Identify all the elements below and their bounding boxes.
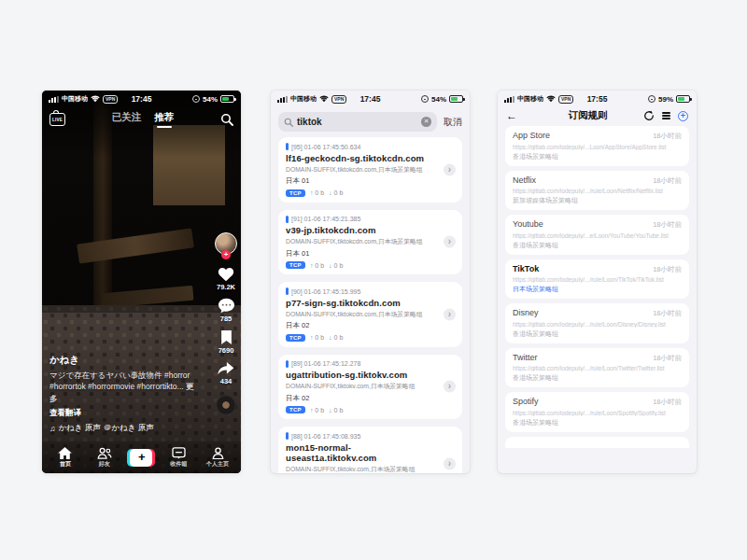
nav-inbox[interactable]: 收件箱 xyxy=(162,447,194,469)
rule-name: Spotify xyxy=(513,397,539,406)
rule-url: https://gitlab.com/lodepuly/...Loon/AppS… xyxy=(513,144,682,150)
cancel-button[interactable]: 取消 xyxy=(444,116,462,129)
request-card[interactable]: [95] 01-06 17:45:50.634 lf16-geckocdn-sg… xyxy=(278,137,462,203)
nav-profile[interactable]: 个人主页 xyxy=(202,447,233,469)
chevron-right-icon[interactable]: › xyxy=(444,308,456,320)
live-button[interactable]: LIVE xyxy=(49,113,65,126)
comment-icon xyxy=(218,298,235,314)
tab-for-you[interactable]: 推荐 xyxy=(154,111,174,128)
request-seq-time: [89] 01-06 17:45:12.278 xyxy=(291,360,360,367)
protocol-badge: TCP xyxy=(286,334,305,342)
rule-policy-group: 香港场景策略组 xyxy=(513,329,682,339)
see-translation-link[interactable]: 查看翻译 xyxy=(49,408,200,419)
music-title-2: ＠かねき 原声 xyxy=(104,423,154,434)
request-list: [95] 01-06 17:45:50.634 lf16-geckocdn-sg… xyxy=(271,137,470,473)
tiktok-bottom-nav: 首页 好友 + 收件箱 个人主页 xyxy=(42,441,241,473)
rule-card-twitter[interactable]: Twitter18小时前 https://gitlab.com/lodepuly… xyxy=(505,348,689,388)
back-button[interactable]: ← xyxy=(506,109,517,122)
request-host: ugattribution-sg.tiktokv.com xyxy=(286,370,442,380)
request-flag-icon xyxy=(286,216,289,223)
rule-list: App Store18小时前 https://gitlab.com/lodepu… xyxy=(498,126,697,448)
like-button[interactable]: 79.2K xyxy=(217,265,235,291)
bookmark-button[interactable]: 7690 xyxy=(218,329,234,355)
chevron-right-icon[interactable]: › xyxy=(444,458,456,470)
rule-name: TikTok xyxy=(513,264,539,273)
search-row: × 取消 xyxy=(271,107,470,137)
create-button[interactable]: + xyxy=(127,449,155,467)
request-card[interactable]: [90] 01-06 17:45:15.995 p77-sign-sg.tikt… xyxy=(278,282,462,347)
rule-card-spotify[interactable]: Spotify18小时前 https://gitlab.com/lodepuly… xyxy=(505,392,689,432)
nav-home[interactable]: 首页 xyxy=(49,447,81,469)
wifi-icon xyxy=(91,95,100,103)
carrier-label: 中国移动 xyxy=(290,94,317,104)
rule-card-netflix[interactable]: Netflix18小时前 https://gitlab.com/lodepuly… xyxy=(505,171,689,211)
search-input[interactable] xyxy=(297,117,417,127)
follow-plus-button[interactable]: + xyxy=(221,250,231,259)
music-disc-icon[interactable] xyxy=(216,395,236,415)
rule-updated: 18小时前 xyxy=(653,309,682,318)
status-time: 17:55 xyxy=(587,94,608,104)
request-flag-icon xyxy=(286,360,289,368)
profile-icon xyxy=(212,447,224,459)
chevron-right-icon[interactable]: › xyxy=(444,236,456,248)
signal-icon xyxy=(49,96,59,103)
search-icon[interactable] xyxy=(220,113,233,126)
battery-icon xyxy=(220,95,234,103)
tiktok-screenshot: 中国移动 VPN 17:45 54% LIVE 已关注 推荐 + 79.2K xyxy=(42,91,241,473)
rule-updated: 18小时前 xyxy=(653,132,682,141)
rule-card-tiktok[interactable]: TikTok18小时前 https://gitlab.com/lodepuly/… xyxy=(505,259,689,300)
request-seq-time: [90] 01-06 17:45:15.995 xyxy=(291,288,360,295)
rule-card-youtube[interactable]: Youtube18小时前 https://gitlab.com/lodepuly… xyxy=(505,215,689,255)
battery-icon xyxy=(676,95,690,103)
vpn-badge: VPN xyxy=(103,95,118,104)
search-icon xyxy=(284,118,293,127)
rotation-lock-icon xyxy=(421,95,429,103)
chevron-right-icon[interactable]: › xyxy=(444,163,456,175)
add-rule-button[interactable]: + xyxy=(678,111,688,121)
request-host: mon15-normal-useast1a.tiktokv.com xyxy=(286,442,442,463)
request-flag-icon xyxy=(286,143,289,150)
rule-name: Disney xyxy=(513,308,539,317)
request-card[interactable]: [89] 01-06 17:45:12.278 ugattribution-sg… xyxy=(278,355,462,420)
request-card[interactable]: [91] 01-06 17:45:21.385 v39-jp.tiktokcdn… xyxy=(278,210,462,275)
bookmark-icon xyxy=(219,329,233,345)
share-button[interactable]: 434 xyxy=(217,361,235,385)
tab-following[interactable]: 已关注 xyxy=(112,111,142,128)
tiktok-top-nav: LIVE 已关注 推荐 xyxy=(42,109,241,130)
upload-bytes: ↑ 0 b xyxy=(310,189,324,196)
rule-policy-group: 香港场景策略组 xyxy=(513,152,682,161)
caption-line1: マジで存在するヤバい事故物件 #horror xyxy=(49,370,200,381)
request-flag-icon xyxy=(286,432,289,440)
request-card[interactable]: [88] 01-06 17:45:08.935 mon15-normal-use… xyxy=(278,427,462,473)
rule-updated: 18小时前 xyxy=(653,398,682,407)
bookmark-count: 7690 xyxy=(218,346,234,355)
search-field[interactable]: × xyxy=(278,112,437,132)
rule-card-disney[interactable]: Disney18小时前 https://gitlab.com/lodepuly/… xyxy=(505,303,689,343)
request-policy: 日本 02 xyxy=(286,321,442,330)
clear-search-icon[interactable]: × xyxy=(421,117,431,127)
creator-avatar[interactable]: + xyxy=(215,232,237,255)
wifi-icon xyxy=(319,95,329,103)
video-meta: かねき マジで存在するヤバい事故物件 #horror #horrortok #h… xyxy=(49,354,200,434)
heart-icon xyxy=(217,265,235,282)
comment-button[interactable]: 785 xyxy=(218,298,235,323)
rule-policy-group: 新加坡媒体场景策略组 xyxy=(513,196,682,205)
status-bar: 中国移动 VPN 17:45 54% xyxy=(271,91,470,107)
creator-username[interactable]: かねき xyxy=(49,354,200,367)
music-row[interactable]: ♫ かねき 原声 ＠かねき 原声 xyxy=(49,423,200,434)
rule-card-appstore[interactable]: App Store18小时前 https://gitlab.com/lodepu… xyxy=(505,126,689,166)
rule-policy-group: 香港场景策略组 xyxy=(513,241,682,250)
menu-icon[interactable] xyxy=(662,112,670,119)
refresh-button[interactable] xyxy=(643,110,655,121)
share-icon xyxy=(217,361,235,376)
request-policy: 日本 01 xyxy=(286,249,442,259)
request-rule: DOMAIN-SUFFIX,tiktokcdn.com,日本场景策略组 xyxy=(286,310,442,319)
friends-icon xyxy=(97,447,112,459)
request-policy: 日本 01 xyxy=(286,176,442,186)
rules-header: ← 订阅规则 + xyxy=(498,107,697,126)
chevron-right-icon[interactable]: › xyxy=(444,381,456,393)
request-rule: DOMAIN-SUFFIX,tiktokv.com,日本场景策略组 xyxy=(286,465,442,474)
download-bytes: ↓ 0 b xyxy=(329,262,343,269)
nav-friends[interactable]: 好友 xyxy=(89,447,120,469)
signal-icon xyxy=(504,96,514,103)
